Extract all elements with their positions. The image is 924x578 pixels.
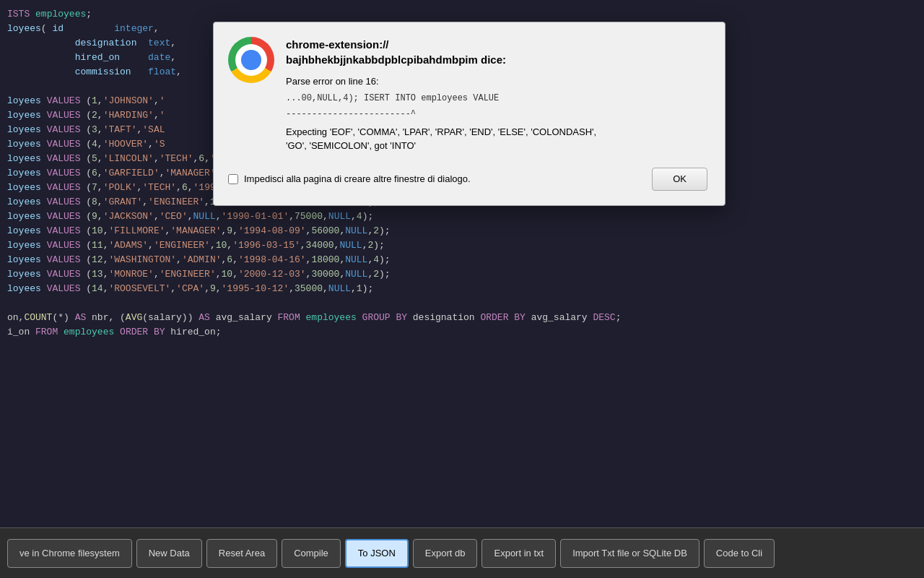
export-txt-button[interactable]: Export in txt bbox=[481, 539, 556, 568]
code-snippet-2: ------------------------^ bbox=[286, 108, 707, 121]
code-line: loyees VALUES (12,'WASHINGTON','ADMIN',6… bbox=[0, 253, 924, 267]
toolbar: ve in Chrome filesystem New Data Reset A… bbox=[0, 527, 924, 578]
to-json-button[interactable]: To JSON bbox=[345, 539, 409, 568]
prevent-dialogs-label: Impedisci alla pagina di creare altre fi… bbox=[244, 173, 471, 184]
code-line: loyees VALUES (14,'ROOSEVELT','CPA',9,'1… bbox=[0, 282, 924, 296]
code-line: on,COUNT(*) AS nbr, (AVG(salary)) AS avg… bbox=[0, 311, 924, 325]
new-data-button[interactable]: New Data bbox=[136, 539, 202, 568]
code-line bbox=[0, 296, 924, 311]
save-filesystem-button[interactable]: ve in Chrome filesystem bbox=[7, 539, 132, 568]
expecting-line: Expecting 'EOF', 'COMMA', 'LPAR', 'RPAR'… bbox=[286, 125, 707, 153]
export-db-button[interactable]: Export db bbox=[413, 539, 478, 568]
compile-button[interactable]: Compile bbox=[282, 539, 341, 568]
chrome-logo-icon bbox=[228, 37, 274, 83]
code-line: loyees VALUES (13,'MONROE','ENGINEER',10… bbox=[0, 267, 924, 282]
code-snippet-1: ...00,NULL,4); ISERT INTO employees VALU… bbox=[286, 92, 707, 105]
reset-area-button[interactable]: Reset Area bbox=[206, 539, 277, 568]
dialog-body: Parse error on line 16: ...00,NULL,4); I… bbox=[286, 74, 707, 153]
dialog-title: chrome-extension://bajhbhekbjjnkabbdpblc… bbox=[286, 37, 707, 67]
code-line: i_on FROM employees ORDER BY hired_on; bbox=[0, 325, 924, 340]
import-txt-button[interactable]: Import Txt file or SQLite DB bbox=[560, 539, 699, 568]
chrome-dialog: chrome-extension://bajhbhekbjjnkabbdpblc… bbox=[213, 22, 725, 206]
code-line: loyees VALUES (10,'FILLMORE','MANAGER',9… bbox=[0, 224, 924, 238]
dialog-title-area: chrome-extension://bajhbhekbjjnkabbdpblc… bbox=[286, 37, 707, 153]
ok-button[interactable]: OK bbox=[652, 168, 707, 191]
dialog-footer: Impedisci alla pagina di creare altre fi… bbox=[228, 168, 707, 191]
code-line: loyees VALUES (11,'ADAMS','ENGINEER',10,… bbox=[0, 238, 924, 253]
code-to-clipboard-button[interactable]: Code to Cli bbox=[704, 539, 775, 568]
dialog-header: chrome-extension://bajhbhekbjjnkabbdpblc… bbox=[228, 37, 707, 153]
code-line: ISTS employees; bbox=[0, 7, 924, 22]
checkbox-row: Impedisci alla pagina di creare altre fi… bbox=[228, 173, 471, 184]
error-line: Parse error on line 16: bbox=[286, 74, 707, 89]
prevent-dialogs-checkbox[interactable] bbox=[228, 174, 238, 184]
code-line: loyees VALUES (9,'JACKSON','CEO',NULL,'1… bbox=[0, 210, 924, 224]
